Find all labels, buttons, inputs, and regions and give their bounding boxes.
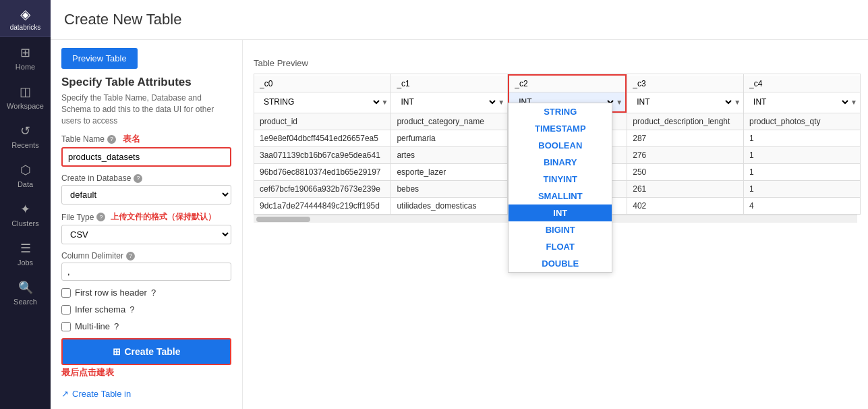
dropdown-item-binary[interactable]: BINARY	[509, 154, 612, 171]
sidebar-item-label: Home	[16, 63, 35, 71]
dropdown-item-smallint[interactable]: SMALLINT	[509, 188, 612, 204]
col-name-c4[interactable]	[744, 76, 860, 92]
section-header: Specify Table Attributes Specify the Tab…	[61, 76, 231, 126]
multiline-help-icon: ?	[114, 321, 119, 331]
col-name-c2[interactable]	[509, 76, 625, 92]
infer-schema-checkbox[interactable]	[61, 305, 71, 315]
dropdown-item-int[interactable]: INT	[509, 204, 612, 221]
table-name-annotation: 表名	[123, 133, 140, 145]
cell: perfumaria	[391, 130, 508, 147]
file-type-select[interactable]: CSV	[61, 225, 231, 244]
sidebar-logo: ◈ databricks	[0, 0, 51, 37]
sidebar-item-recents[interactable]: ↺ Recents	[0, 115, 51, 155]
cell: 1e9e8ef04dbcff4541ed26657ea5	[254, 130, 391, 147]
dropdown-item-boolean[interactable]: BOOLEAN	[509, 137, 612, 154]
create-btn-wrapper: ⊞ Create Table 最后点击建表	[61, 338, 231, 379]
col0-dropdown-arrow: ▼	[382, 99, 388, 106]
database-select[interactable]: default	[61, 185, 231, 204]
sidebar-item-data[interactable]: ⬡ Data	[0, 155, 51, 194]
sidebar-item-search[interactable]: 🔍 Search	[0, 272, 51, 311]
col-header-c0: STRING ▼	[254, 74, 391, 113]
infer-schema-group: Infer schema ?	[61, 304, 231, 315]
create-annotation: 最后点击建表	[61, 366, 231, 379]
preview-table-button[interactable]: Preview Table	[61, 48, 138, 69]
col-header-c4: INT ▼	[744, 74, 861, 113]
cell: 3aa071139cb16b67ca9e5dea641	[254, 147, 391, 164]
cell: artes	[391, 147, 508, 164]
col-name-c0[interactable]	[254, 76, 390, 92]
jobs-icon: ☰	[20, 241, 31, 256]
col1-dropdown-arrow: ▼	[498, 99, 504, 106]
cell: utilidades_domesticas	[391, 198, 508, 215]
logo-label: databricks	[10, 24, 41, 31]
cell: 1	[744, 130, 861, 147]
cell: 287	[627, 130, 744, 147]
cell: esporte_lazer	[391, 164, 508, 181]
col-name-c1[interactable]	[391, 76, 507, 92]
dropdown-item-bigint[interactable]: BIGINT	[509, 221, 612, 238]
main-content: Create New Table Preview Table Specify T…	[51, 0, 868, 409]
page-header: Create New Table	[51, 0, 868, 40]
multiline-label: Multi-line	[75, 321, 110, 331]
col-name-c3[interactable]	[627, 76, 743, 92]
sidebar-item-jobs[interactable]: ☰ Jobs	[0, 233, 51, 272]
col-type-c4[interactable]: INT	[747, 94, 850, 110]
file-type-label: File Type ? 上传文件的格式（保持默认）	[61, 211, 231, 223]
col-type-c0[interactable]: STRING	[257, 94, 382, 110]
sidebar-item-home[interactable]: ⊞ Home	[0, 37, 51, 76]
dropdown-item-string[interactable]: STRING	[509, 103, 612, 120]
external-link-icon: ↗	[61, 389, 69, 399]
first-row-help-icon: ?	[151, 288, 156, 298]
create-table-button[interactable]: ⊞ Create Table	[61, 338, 231, 365]
horizontal-scrollbar-thumb[interactable]	[256, 217, 310, 222]
cell: 402	[627, 198, 744, 215]
col4-dropdown-arrow: ▼	[850, 99, 857, 106]
logo-icon: ◈	[20, 6, 30, 22]
sidebar-item-workspace[interactable]: ◫ Workspace	[0, 76, 51, 115]
page-title: Create New Table	[64, 11, 855, 28]
header-c1: product_category_name	[391, 113, 508, 130]
cell: 261	[627, 181, 744, 198]
cell: 1	[744, 164, 861, 181]
sidebar-item-label: Jobs	[18, 258, 33, 267]
type-dropdown-c2[interactable]: STRING TIMESTAMP BOOLEAN BINARY TINYINT …	[508, 103, 612, 273]
database-group: Create in Database ? default	[61, 173, 231, 204]
col-type-c1[interactable]: INT	[394, 94, 498, 110]
right-panel: 更改字段类型为INT Table Preview	[243, 40, 868, 409]
search-icon: 🔍	[18, 280, 33, 295]
create-table-in[interactable]: ↗ Create Table in	[61, 385, 231, 402]
first-row-header-checkbox[interactable]	[61, 288, 71, 298]
first-row-header-label: First row is header	[75, 288, 147, 298]
cell: 9dc1a7de274444849c219cff195d	[254, 198, 391, 215]
dropdown-item-timestamp[interactable]: TIMESTAMP	[509, 120, 612, 137]
dropdown-item-float[interactable]: FLOAT	[509, 238, 612, 255]
sidebar-item-label: Recents	[11, 141, 38, 149]
content-area: Preview Table Specify Table Attributes S…	[51, 40, 868, 409]
col-type-c3[interactable]: INT	[630, 94, 734, 110]
table-name-group: Table Name ? 表名	[61, 133, 231, 167]
file-type-annotation: 上传文件的格式（保持默认）	[111, 211, 216, 223]
col3-dropdown-arrow: ▼	[734, 99, 741, 106]
database-label: Create in Database ?	[61, 173, 231, 183]
cell: 250	[627, 164, 744, 181]
delimiter-group: Column Delimiter ?	[61, 251, 231, 281]
cell: 1	[744, 147, 861, 164]
table-icon: ⊞	[113, 346, 121, 357]
section-desc: Specify the Table Name, Database and Sch…	[61, 92, 231, 126]
delimiter-input[interactable]	[61, 263, 231, 281]
dropdown-item-tinyint[interactable]: TINYINT	[509, 171, 612, 188]
dropdown-item-double[interactable]: DOUBLE	[509, 255, 612, 272]
sidebar-item-label: Data	[18, 180, 33, 188]
delimiter-label: Column Delimiter ?	[61, 251, 231, 261]
cell: 4	[744, 198, 861, 215]
infer-schema-label: Infer schema	[75, 304, 125, 315]
multiline-checkbox[interactable]	[61, 322, 71, 331]
sidebar-item-clusters[interactable]: ✦ Clusters	[0, 194, 51, 233]
table-preview-label: Table Preview	[254, 58, 857, 68]
database-help-icon: ?	[134, 174, 142, 183]
table-name-input[interactable]	[61, 147, 231, 167]
file-type-group: File Type ? 上传文件的格式（保持默认） CSV	[61, 211, 231, 244]
header-c4: product_photos_qty	[744, 113, 861, 130]
header-c3: product_description_lenght	[627, 113, 744, 130]
sidebar-item-label: Clusters	[11, 219, 38, 227]
